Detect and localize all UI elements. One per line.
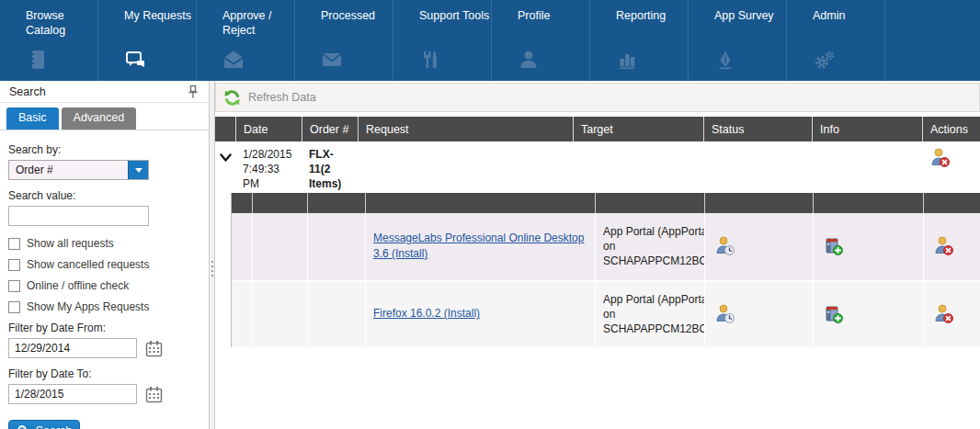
subgrid-header [232,193,980,213]
search-panel-title: Search [9,85,46,98]
row-target-cell: App Portal (AppPortal) on SCHAPAPPCM12BO… [595,282,704,347]
search-by-dropdown[interactable]: Order # [8,160,149,180]
request-row: Firefox 16.0.2 (Install) App Portal (App… [232,280,980,347]
person-icon [518,49,541,71]
row-target-cell: App Portal (AppPortal) on SCHAPAPPCM12BO… [595,213,704,280]
date-to-input[interactable] [8,384,137,404]
request-link[interactable]: MessageLabs Professional Online Desktop … [373,231,587,263]
tab-basic[interactable]: Basic [6,107,59,130]
row-info-cell [813,282,923,347]
calendar-icon[interactable] [145,340,163,357]
nav-tab-browse-catalog[interactable]: Browse Catalog [0,0,98,81]
group-status-cell [703,141,812,192]
nav-tab-processed[interactable]: Processed [295,0,393,81]
refresh-data-button[interactable]: Refresh Data [215,83,980,112]
user-cancel-icon[interactable] [933,303,955,325]
checkbox-show-cancelled-requests[interactable]: Show cancelled requests [8,258,200,271]
search-mode-tabs: Basic Advanced [0,103,209,130]
checkbox-icon[interactable] [8,280,20,292]
pen-icon [714,49,738,71]
search-panel: Search Basic Advanced Search by: Order #… [0,81,210,429]
header-target[interactable]: Target [573,117,703,141]
row-request-cell: MessageLabs Professional Online Desktop … [365,213,595,280]
target-text: App Portal (AppPortal) on SCHAPAPPCM12BO… [603,292,704,337]
requests-content: Refresh Data Date Order # Request Target… [215,81,980,429]
checkbox-show-my-apps-requests[interactable]: Show My Apps Requests [8,300,200,313]
checkbox-icon[interactable] [8,259,20,271]
date-from-label: Filter by Date From: [8,322,200,334]
search-value-input[interactable] [8,206,149,226]
header-status[interactable]: Status [703,117,812,141]
nav-tab-support-tools[interactable]: Support Tools [393,0,492,81]
date-to-label: Filter by Date To: [8,367,200,380]
top-navbar: Browse Catalog My Requests Approve / Rej… [0,0,980,81]
nav-tab-my-requests[interactable]: My Requests [98,0,197,81]
package-add-icon[interactable] [823,235,845,257]
navbar-filler [885,0,980,81]
header-order[interactable]: Order # [302,117,358,141]
date-to-row [8,384,200,404]
group-date: 1/28/2015 7:49:33 PM [235,141,302,192]
checkbox-icon[interactable] [8,238,20,250]
search-button[interactable]: Search [8,420,80,429]
nav-tab-app-survey[interactable]: App Survey [689,0,787,81]
envelope-icon [321,49,345,71]
user-cancel-icon[interactable] [933,235,955,257]
date-from-input[interactable] [8,338,137,358]
nav-tab-label: Profile [518,8,591,40]
nav-tab-label: My Requests [124,8,198,40]
group-target-cell [573,141,703,192]
header-expander-column [215,117,235,141]
nav-tab-approve-reject[interactable]: Approve / Reject [197,0,295,81]
tab-advanced[interactable]: Advanced [62,107,137,130]
filter-checkbox-group: Show all requests Show cancelled request… [8,237,200,313]
search-by-label: Search by: [8,143,200,156]
checkbox-label: Show all requests [27,237,114,250]
user-cancel-icon[interactable] [929,147,976,169]
pin-icon[interactable] [187,85,199,99]
checkbox-show-all-requests[interactable]: Show all requests [8,237,200,250]
group-order-number: FLX-11(2 Items) [302,141,358,192]
nav-tab-label: Reporting [616,8,689,40]
calendar-icon[interactable] [145,386,163,403]
nav-tab-reporting[interactable]: Reporting [590,0,689,81]
request-row: MessageLabs Professional Online Desktop … [232,213,980,280]
refresh-icon [222,88,242,107]
row-status-cell [704,282,813,347]
group-request-cell [358,141,573,192]
order-items-subgrid: MessageLabs Professional Online Desktop … [231,193,980,347]
nav-tab-admin[interactable]: Admin [787,0,885,81]
collapse-chevron-icon[interactable] [215,141,235,192]
search-by-selected-value: Order # [9,161,128,179]
grid-header: Date Order # Request Target Status Info … [215,117,980,141]
row-order-cell [307,213,365,280]
dropdown-arrow-button[interactable] [128,161,148,179]
search-value-label: Search value: [8,189,200,202]
search-panel-body: Search by: Order # Search value: Show al… [0,130,209,429]
row-request-cell: Firefox 16.0.2 (Install) [365,282,595,347]
package-add-icon[interactable] [823,303,845,325]
magnifier-icon [17,424,30,429]
user-clock-icon[interactable] [714,303,736,325]
nav-tab-label: Admin [813,8,886,40]
chevron-down-icon [135,168,142,173]
row-status-cell [704,213,813,280]
nav-tab-profile[interactable]: Profile [492,0,590,81]
search-panel-header: Search [0,81,209,103]
request-link[interactable]: Firefox 16.0.2 (Install) [373,306,480,322]
chat-icon [124,49,148,71]
nav-tab-label: Browse Catalog [26,8,99,40]
header-info[interactable]: Info [812,117,922,141]
header-request[interactable]: Request [358,117,573,141]
row-order-cell [307,282,365,347]
user-clock-icon[interactable] [714,235,736,257]
header-actions[interactable]: Actions [922,117,980,141]
row-actions-cell [923,213,980,280]
nav-tab-label: Approve / Reject [222,8,296,40]
search-button-label: Search [36,424,73,429]
checkbox-online-offline-check[interactable]: Online / offline check [8,279,200,292]
header-date[interactable]: Date [235,117,302,141]
tools-icon [419,49,443,71]
nav-tab-label: Support Tools [419,8,493,40]
checkbox-icon[interactable] [8,301,20,313]
